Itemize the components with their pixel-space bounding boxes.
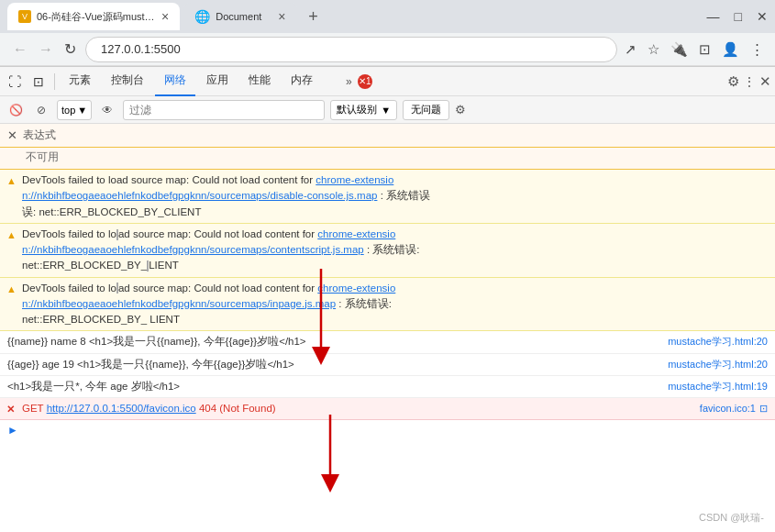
red-arrow-down: [293, 269, 349, 379]
context-label: top: [61, 105, 75, 116]
inspect-element-button[interactable]: ⛶: [4, 71, 26, 93]
info-row-3-file[interactable]: mustache学习.html:19: [668, 379, 768, 394]
context-selector[interactable]: top ▼: [57, 100, 92, 120]
close-expression-button[interactable]: ✕: [7, 128, 17, 142]
expression-value-row: 不可用: [0, 148, 775, 170]
devtools-main: ✕ 表达式 不可用 DevTools failed to load source…: [0, 124, 775, 532]
error-file-icon[interactable]: ⊡: [759, 401, 768, 416]
menu-icon[interactable]: ⋮: [750, 41, 764, 58]
error-icon: ✕: [359, 76, 366, 86]
tab-network[interactable]: 应用: [197, 67, 238, 96]
prompt-row[interactable]: ►: [0, 420, 775, 440]
browser-titlebar: V 06-尚硅谷-Vue源码musta... × 🌐 Document × + …: [0, 0, 775, 33]
expression-value: 不可用: [26, 150, 59, 163]
clear-console-button[interactable]: 🚫: [6, 100, 26, 120]
sidebar-icon[interactable]: ⊡: [699, 41, 711, 58]
tab-app[interactable]: 性能: [239, 67, 280, 96]
warning-suffix-3b: LIENT: [149, 314, 180, 325]
minimize-icon[interactable]: —: [707, 9, 720, 24]
devtools-panel: ⛶ ⊡ 元素 控制台 网络 应用 性能 内存 » ✕ 1 ⚙ ⋮: [0, 66, 775, 532]
tab-close-document[interactable]: ×: [278, 9, 285, 24]
profile-icon[interactable]: 👤: [722, 41, 739, 58]
close-window-icon[interactable]: ✕: [757, 9, 768, 24]
filter-input[interactable]: [129, 104, 318, 116]
bookmark-icon[interactable]: ☆: [648, 41, 659, 58]
info-row-2-file[interactable]: mustache学习.html:20: [668, 357, 768, 372]
info-row-2: {{age}} age 19 <h1>我是一只{{name}}, 今年{{age…: [0, 354, 775, 376]
console-settings-icon[interactable]: ⚙: [455, 103, 466, 116]
warning-text-3b: ad source map: Could not load content fo…: [118, 283, 317, 294]
info-row-3-text: <h1>我是一只*, 今年 age 岁啦</h1>: [7, 379, 664, 394]
warning-row-3: DevTools failed to load source map: Coul…: [0, 278, 775, 332]
warning-row-2: DevTools failed to load source map: Coul…: [0, 224, 775, 278]
expression-label: 表达式: [23, 127, 56, 143]
tab-elements[interactable]: 控制台: [102, 67, 153, 96]
tab-title-document: Document: [216, 11, 261, 22]
info-row-1: {{name}} name 8 <h1>我是一只{{name}}, 今年{{ag…: [0, 331, 775, 353]
browser-window-controls: — □ ✕: [707, 9, 768, 24]
error-text: GET http://127.0.0.1:5500/favicon.ico 40…: [22, 401, 276, 416]
address-bar-icons: ↗ ☆ 🔌 ⊡ 👤 ⋮: [625, 41, 764, 58]
devtools-right-controls: ⚙ ⋮ ✕: [727, 73, 771, 90]
error-badge: ✕ 1: [358, 74, 372, 89]
console-log[interactable]: DevTools failed to load source map: Coul…: [0, 170, 775, 532]
toolbar-separator-1: [54, 73, 55, 90]
maximize-icon[interactable]: □: [735, 9, 742, 24]
filter-input-wrap: [123, 100, 325, 120]
filter-icon-button[interactable]: ⊘: [31, 100, 51, 120]
info-row-3: <h1>我是一只*, 今年 age 岁啦</h1> mustache学习.htm…: [0, 376, 775, 398]
red-arrow-down-2: [303, 415, 358, 506]
warning-text-2: DevTools failed to lo: [22, 228, 116, 239]
no-issues-label: 无问题: [403, 100, 449, 120]
log-level-dropdown-icon: ▼: [381, 105, 391, 116]
expression-area: ✕ 表达式: [0, 124, 775, 148]
warning-text-2b: ad source map: Could not load content fo…: [118, 228, 317, 239]
close-devtools-button[interactable]: ✕: [759, 73, 771, 90]
tab-favicon-vue: V: [18, 10, 31, 23]
reload-button[interactable]: ↻: [62, 39, 78, 60]
context-dropdown-icon: ▼: [77, 105, 87, 116]
warning-text-3: DevTools failed to lo: [22, 283, 116, 294]
settings-icon[interactable]: ⚙: [727, 73, 739, 90]
devtools-toolbar: ⛶ ⊡ 元素 控制台 网络 应用 性能 内存 » ✕ 1 ⚙ ⋮: [0, 67, 775, 96]
watermark: CSDN @耿瑞-: [699, 511, 764, 525]
tab-document[interactable]: 🌐 Document ×: [183, 3, 296, 30]
tab-vue-source[interactable]: V 06-尚硅谷-Vue源码musta... ×: [7, 3, 180, 30]
back-button[interactable]: ←: [11, 39, 29, 60]
error-file[interactable]: favicon.ico:1: [700, 401, 756, 416]
tab-console[interactable]: 网络: [155, 67, 195, 96]
error-row: GET http://127.0.0.1:5500/favicon.ico 40…: [0, 398, 775, 420]
log-level-label: 默认级别: [337, 103, 377, 116]
address-input[interactable]: [85, 37, 617, 62]
eye-icon-button[interactable]: 👁: [97, 100, 117, 120]
address-bar: ← → ↻ ↗ ☆ 🔌 ⊡ 👤 ⋮: [0, 33, 775, 66]
error-link[interactable]: http://127.0.0.1:5500/favicon.ico: [47, 403, 196, 414]
console-prompt-icon: ►: [7, 424, 18, 437]
share-icon[interactable]: ↗: [625, 41, 637, 58]
filter-bar: 🚫 ⊘ top ▼ 👁 默认级别 ▼ 无问题 ⚙: [0, 96, 775, 124]
forward-button[interactable]: →: [37, 39, 55, 60]
extension-icon[interactable]: 🔌: [670, 41, 688, 58]
warning-suffix-2b: LIENT: [149, 260, 179, 271]
devtools-more-options[interactable]: ⋮: [743, 74, 756, 89]
more-tabs-button[interactable]: »: [346, 75, 352, 88]
globe-icon: 🌐: [194, 9, 210, 24]
tab-performance[interactable]: 内存: [282, 67, 322, 96]
tab-close-vue[interactable]: ×: [161, 9, 169, 24]
warning-text-1: DevTools failed to load source map: Coul…: [22, 174, 316, 185]
tab-source[interactable]: 元素: [60, 67, 100, 96]
warning-row-1: DevTools failed to load source map: Coul…: [0, 170, 775, 224]
new-tab-button[interactable]: +: [301, 4, 327, 29]
device-toolbar-button[interactable]: ⊡: [28, 71, 50, 93]
tab-title-vue: 06-尚硅谷-Vue源码musta...: [37, 10, 156, 24]
tab-memory[interactable]: [324, 67, 342, 96]
log-level-selector[interactable]: 默认级别 ▼: [330, 100, 397, 120]
info-row-1-file[interactable]: mustache学习.html:20: [668, 334, 768, 349]
